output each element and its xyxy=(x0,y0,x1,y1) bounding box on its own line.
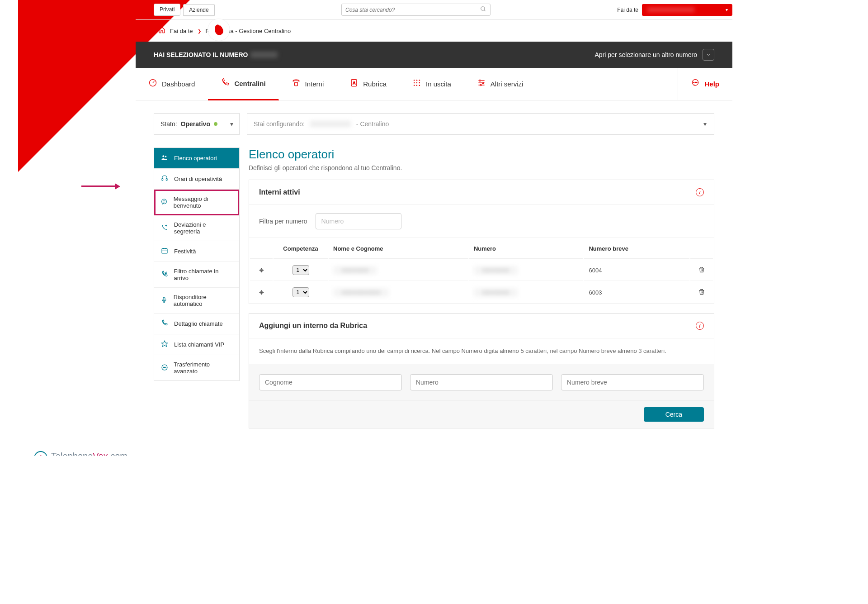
filter-label: Filtra per numero xyxy=(259,218,307,225)
svg-point-24 xyxy=(697,82,698,83)
faidate-label: Fai da te xyxy=(617,7,638,13)
aggiungi-desc: Scegli l'interno dalla Rubrica compiland… xyxy=(259,347,704,356)
gauge-icon xyxy=(148,78,157,90)
svg-point-6 xyxy=(414,80,415,81)
selected-number-label: HAI SELEZIONATO IL NUMERO xyxy=(154,51,248,58)
transfer-icon xyxy=(160,364,168,372)
sidebar-item-festivita[interactable]: Festività xyxy=(154,241,239,262)
card-aggiungi-interno: Aggiungi un interno da Rubrica i Scegli … xyxy=(249,313,714,428)
table-row: ✥ 1 XXXXXXX XXXXXXX 6004 xyxy=(250,260,713,281)
sidebar-item-filtro[interactable]: Filtro chiamate in arrivo xyxy=(154,262,239,288)
sidebar-item-deviazioni[interactable]: Deviazioni e segreteria xyxy=(154,215,239,241)
tab-privati[interactable]: Privati xyxy=(154,4,180,16)
breadcrumb-separator: ❯ xyxy=(198,29,201,33)
page-title: Elenco operatori xyxy=(249,147,714,162)
cognome-input[interactable] xyxy=(259,374,402,390)
nav-rubrica-label: Rubrica xyxy=(363,80,387,88)
sidebar-item-elenco-operatori[interactable]: Elenco operatori xyxy=(154,148,239,169)
nav-dashboard-label: Dashboard xyxy=(162,80,195,88)
nav-interni[interactable]: Interni xyxy=(279,68,337,100)
sidebar-label: Festività xyxy=(174,248,196,255)
svg-point-10 xyxy=(416,82,418,84)
col-competenza: Competenza xyxy=(274,239,328,259)
drag-handle-icon[interactable]: ✥ xyxy=(250,260,273,281)
grid-icon xyxy=(412,78,421,90)
nav-rubrica[interactable]: A Rubrica xyxy=(337,68,400,100)
number-strip: HAI SELEZIONATO IL NUMERO Apri per selez… xyxy=(136,42,732,68)
nav-inuscita-label: In uscita xyxy=(426,80,451,88)
competenza-select[interactable]: 1 xyxy=(292,287,309,297)
sidebar-item-risponditore[interactable]: Risponditore automatico xyxy=(154,288,239,314)
star-icon xyxy=(160,340,169,349)
calendar-icon xyxy=(160,247,169,256)
annotation-arrow-icon xyxy=(81,179,120,192)
sidebar-label: Dettaglio chiamate xyxy=(174,320,223,327)
chevron-down-icon: ▾ xyxy=(726,7,728,12)
stato-dropdown[interactable]: ▾ xyxy=(224,114,239,134)
open-other-button[interactable] xyxy=(703,49,714,61)
info-icon[interactable]: i xyxy=(696,322,704,330)
nav-altri[interactable]: Altri servizi xyxy=(464,68,537,100)
message-icon xyxy=(160,198,168,207)
svg-text:A: A xyxy=(353,81,356,85)
svg-point-25 xyxy=(162,155,164,157)
svg-point-29 xyxy=(162,199,167,204)
faidate-select[interactable]: XXXXXXXXXXXXX ▾ xyxy=(642,4,732,16)
sidebar-label: Filtro chiamate in arrivo xyxy=(174,268,233,281)
search-input[interactable] xyxy=(345,7,480,13)
sidebar-label: Orari di operatività xyxy=(174,176,222,182)
topbar: Privati Aziende Fai da te XXXXXXXXXXXXX … xyxy=(136,0,732,20)
svg-point-39 xyxy=(163,367,163,367)
drag-handle-icon[interactable]: ✥ xyxy=(250,282,273,303)
nav-dashboard[interactable]: Dashboard xyxy=(136,68,208,100)
nav-help[interactable]: Help xyxy=(678,68,732,100)
info-icon[interactable]: i xyxy=(696,188,704,196)
cell-nome-redacted: XXXXXXXXXX xyxy=(333,288,389,297)
numero-breve-input[interactable] xyxy=(561,374,704,390)
competenza-select[interactable]: 1 xyxy=(292,265,309,275)
telephonevox-logo: TelephoneVox.com VOCI PROFESSIONALI PER … xyxy=(34,451,155,456)
svg-point-40 xyxy=(164,367,165,367)
search-box[interactable] xyxy=(341,4,491,16)
svg-point-0 xyxy=(481,7,485,10)
sidebar: Elenco operatori Orari di operatività Me… xyxy=(154,147,240,381)
status-dot-icon xyxy=(214,122,217,126)
home-icon[interactable] xyxy=(158,26,165,35)
svg-point-14 xyxy=(419,85,420,86)
config-box: Stai configurando: - Centralino ▾ xyxy=(247,113,714,135)
svg-point-12 xyxy=(414,85,415,86)
tab-aziende[interactable]: Aziende xyxy=(183,4,214,16)
svg-line-1 xyxy=(484,10,486,11)
tvox-brand-c: .com xyxy=(108,451,127,456)
sidebar-item-messaggio-benvenuto[interactable]: Messaggio di benvenuto xyxy=(154,190,239,215)
call-detail-icon xyxy=(160,319,169,328)
config-dropdown[interactable]: ▾ xyxy=(696,114,714,134)
table-row: ✥ 1 XXXXXXXXXX XXXXXXX 6003 xyxy=(250,282,713,303)
search-icon[interactable] xyxy=(480,6,486,14)
sidebar-label: Deviazioni e segreteria xyxy=(174,221,233,235)
svg-point-20 xyxy=(480,84,481,86)
sidebar-item-vip[interactable]: Lista chiamanti VIP xyxy=(154,334,239,355)
vodafone-logo xyxy=(208,19,230,41)
svg-point-19 xyxy=(482,82,484,83)
nav-centralini[interactable]: Centralini xyxy=(208,68,278,100)
sidebar-item-dettaglio[interactable]: Dettaglio chiamate xyxy=(154,314,239,334)
selected-number-value xyxy=(250,52,278,58)
card-interni-attivi: Interni attivi i Filtra per numero Compe… xyxy=(249,180,714,304)
delete-button[interactable] xyxy=(690,282,713,303)
forward-icon xyxy=(160,224,169,233)
sidebar-item-trasferimento[interactable]: Trasferimento avanzato xyxy=(154,355,239,380)
filter-numero-input[interactable] xyxy=(316,213,401,229)
svg-point-9 xyxy=(414,82,415,84)
cerca-button[interactable]: Cerca xyxy=(644,407,704,422)
delete-button[interactable] xyxy=(690,260,713,281)
breadcrumb-home[interactable]: Fai da te xyxy=(170,28,193,34)
nav-centralini-label: Centralini xyxy=(234,80,265,87)
svg-point-23 xyxy=(695,82,696,83)
nav-inuscita[interactable]: In uscita xyxy=(400,68,464,100)
mic-badge-icon xyxy=(34,451,47,456)
sidebar-label: Lista chiamanti VIP xyxy=(174,341,224,348)
sidebar-item-orari[interactable]: Orari di operatività xyxy=(154,169,239,190)
config-value-redacted xyxy=(310,121,351,127)
numero-input[interactable] xyxy=(410,374,553,390)
